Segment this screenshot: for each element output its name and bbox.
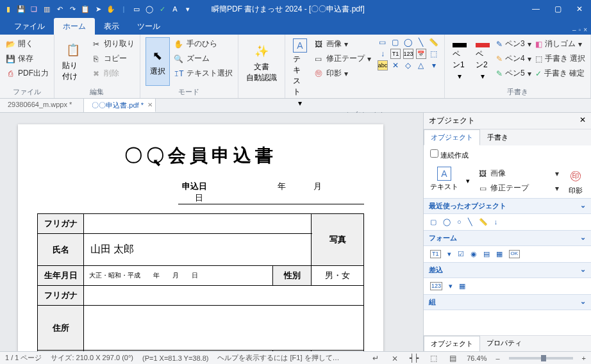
panel-stamp-button[interactable]: ㊞ 印影 bbox=[567, 167, 585, 195]
form-combo[interactable]: ▦ bbox=[496, 250, 503, 258]
panel-tab-objects[interactable]: オブジェクト bbox=[424, 129, 480, 145]
stamp-button[interactable]: ㊞印影 ▾ bbox=[313, 67, 371, 80]
date-icon[interactable]: 📅 bbox=[416, 49, 426, 59]
footer-tab-objects[interactable]: オブジェクト bbox=[424, 336, 480, 351]
qat-new-icon[interactable]: ❏ bbox=[29, 4, 38, 13]
footer-tab-properties[interactable]: プロパティ bbox=[480, 336, 528, 351]
status-align-icon[interactable]: ┥┝ bbox=[409, 353, 419, 363]
merge-table[interactable]: ▦ bbox=[459, 282, 465, 290]
star-icon[interactable]: ▾ bbox=[429, 60, 439, 70]
handwriting-select-button[interactable]: ⬚手書き 選択 bbox=[535, 52, 585, 65]
qat-paste-icon[interactable]: 📋 bbox=[81, 4, 90, 13]
zoom-in-button[interactable]: + bbox=[582, 354, 586, 362]
open-button[interactable]: 📂開く bbox=[5, 37, 49, 51]
recent-ruler[interactable]: 📏 bbox=[479, 218, 488, 226]
status-mode2-icon[interactable]: ▤ bbox=[447, 353, 458, 363]
mdi-restore[interactable]: ▫ bbox=[579, 26, 581, 33]
text-field-icon[interactable]: T1 bbox=[390, 49, 401, 59]
rounded-rect-icon[interactable]: ▢ bbox=[390, 37, 401, 47]
form-header[interactable]: フォーム⌄ bbox=[424, 230, 591, 246]
idk-icon[interactable]: ⬚ bbox=[429, 49, 439, 59]
pen4-button[interactable]: ✎ペン4 ▾ bbox=[496, 52, 531, 65]
qat-redo-icon[interactable]: ↷ bbox=[68, 4, 77, 13]
mdi-close[interactable]: × bbox=[583, 26, 587, 33]
menu-tool[interactable]: ツール bbox=[128, 18, 169, 35]
diamond-icon[interactable]: ◇ bbox=[403, 60, 413, 70]
tab-close-icon[interactable]: ✕ bbox=[147, 101, 153, 108]
oval-icon[interactable]: ◯ bbox=[403, 37, 413, 47]
continuous-create-checkbox[interactable] bbox=[430, 149, 438, 158]
triangle-icon[interactable]: △ bbox=[416, 60, 426, 70]
text-object-button[interactable]: A テキスト▾ bbox=[290, 37, 310, 109]
status-mode1-icon[interactable]: ⬚ bbox=[428, 353, 438, 363]
qat-check-icon[interactable]: ✓ bbox=[158, 4, 167, 13]
qat-undo-icon[interactable]: ↶ bbox=[55, 4, 64, 13]
merge-field[interactable]: 123 bbox=[430, 282, 442, 290]
panel-close-icon[interactable]: ✕ bbox=[579, 115, 586, 126]
status-return-icon[interactable]: ↵ bbox=[370, 353, 381, 363]
menu-file[interactable]: ファイル bbox=[5, 18, 54, 35]
menu-home[interactable]: ホーム bbox=[54, 18, 95, 35]
qat-hand-icon[interactable]: ✋ bbox=[106, 4, 115, 13]
recent-objects-header[interactable]: 最近使ったオブジェクト⌄ bbox=[424, 198, 591, 214]
recent-arrow[interactable]: ↓ bbox=[494, 218, 498, 226]
qat-dropdown-icon[interactable]: ▾ bbox=[183, 4, 192, 13]
continuous-create-row[interactable]: 連続作成 bbox=[424, 145, 591, 164]
zoom-slider[interactable] bbox=[509, 357, 573, 360]
minimize-button[interactable]: — bbox=[528, 3, 544, 15]
recent-rounded-rect[interactable]: ▢ bbox=[430, 218, 437, 226]
zoom-mode-button[interactable]: 🔍ズーム bbox=[174, 52, 233, 65]
cross-icon[interactable]: ✕ bbox=[390, 60, 401, 70]
panel-text-button[interactable]: A テキスト bbox=[430, 167, 458, 192]
zoom-out-button[interactable]: – bbox=[495, 354, 499, 362]
qat-open-icon[interactable]: ▥ bbox=[42, 4, 51, 13]
form-button[interactable]: OK bbox=[509, 250, 520, 258]
recent-line[interactable]: ╲ bbox=[468, 218, 472, 226]
save-button[interactable]: 💾保存 bbox=[5, 52, 49, 65]
form-list[interactable]: ▤ bbox=[483, 250, 490, 258]
form-radio[interactable]: ◉ bbox=[470, 250, 477, 258]
auto-recognize-button[interactable]: ✨ 文書 自動認識 bbox=[244, 37, 279, 88]
paste-button[interactable]: 📋 貼り付け bbox=[60, 37, 87, 86]
dropdown-icon[interactable]: ▾ bbox=[466, 177, 470, 185]
field-furigana[interactable] bbox=[84, 214, 312, 234]
panel-image-button[interactable]: 🖼画像▾ bbox=[478, 167, 559, 180]
line-icon[interactable]: ╲ bbox=[416, 37, 426, 47]
field-name[interactable]: 山田 太郎 bbox=[84, 234, 312, 266]
doc-tab-2[interactable]: 〇〇申込書.pdf * ✕ bbox=[84, 99, 156, 112]
field-address-furigana[interactable] bbox=[84, 286, 364, 306]
select-mode-button[interactable]: ⬉ 選択 bbox=[146, 37, 170, 86]
recent-oval[interactable]: ◯ bbox=[443, 218, 451, 226]
canvas[interactable]: 〇〇会員申込書 申込日 年 月 日 フリガナ 写真 氏名 山田 太郎 bbox=[0, 113, 423, 351]
cut-button[interactable]: ✂切り取り bbox=[91, 37, 135, 51]
form-checkbox[interactable]: ☑ bbox=[458, 250, 464, 258]
hand-mode-button[interactable]: ✋手のひら bbox=[174, 37, 233, 51]
pen1-button[interactable]: ペン1▾ bbox=[450, 37, 469, 86]
copy-button[interactable]: ⎘コピー bbox=[91, 52, 135, 65]
image-object-button[interactable]: 🖼画像 ▾ bbox=[313, 37, 371, 51]
unknown-header[interactable]: 組⌄ bbox=[424, 294, 591, 310]
maximize-button[interactable]: ▢ bbox=[550, 3, 565, 15]
recent-circle[interactable]: ○ bbox=[457, 218, 462, 226]
field-gender[interactable]: 男・女 bbox=[312, 266, 364, 286]
menu-view[interactable]: 表示 bbox=[95, 18, 128, 35]
qat-save-icon[interactable]: 💾 bbox=[17, 4, 26, 13]
highlight-icon[interactable]: abc bbox=[378, 60, 388, 70]
ruler-icon[interactable]: 📏 bbox=[429, 37, 439, 47]
pen2-button[interactable]: ペン2▾ bbox=[473, 37, 492, 86]
panel-tab-handwriting[interactable]: 手書き bbox=[480, 129, 515, 145]
pen3-button[interactable]: ✎ペン3 ▾ bbox=[496, 37, 531, 51]
qat-oval-icon[interactable]: ◯ bbox=[145, 4, 154, 13]
pdf-output-button[interactable]: ⎙PDF出力 bbox=[5, 67, 49, 80]
numeric-icon[interactable]: 123 bbox=[403, 49, 413, 59]
correction-tape-button[interactable]: ▭修正テープ ▾ bbox=[313, 52, 371, 65]
delete-button[interactable]: ✖削除 bbox=[91, 67, 135, 80]
pen5-button[interactable]: ✎ペン5 ▾ bbox=[496, 67, 531, 80]
field-address[interactable] bbox=[84, 306, 364, 351]
qat-pointer-icon[interactable]: ➤ bbox=[94, 4, 103, 13]
close-button[interactable]: ✕ bbox=[572, 3, 587, 15]
field-phone[interactable] bbox=[84, 351, 273, 352]
merge-header[interactable]: 差込⌄ bbox=[424, 262, 591, 278]
field-dob[interactable]: 大正・昭和・平成 年 月 日 bbox=[84, 266, 273, 286]
eraser-button[interactable]: ◧消しゴム ▾ bbox=[535, 37, 585, 51]
